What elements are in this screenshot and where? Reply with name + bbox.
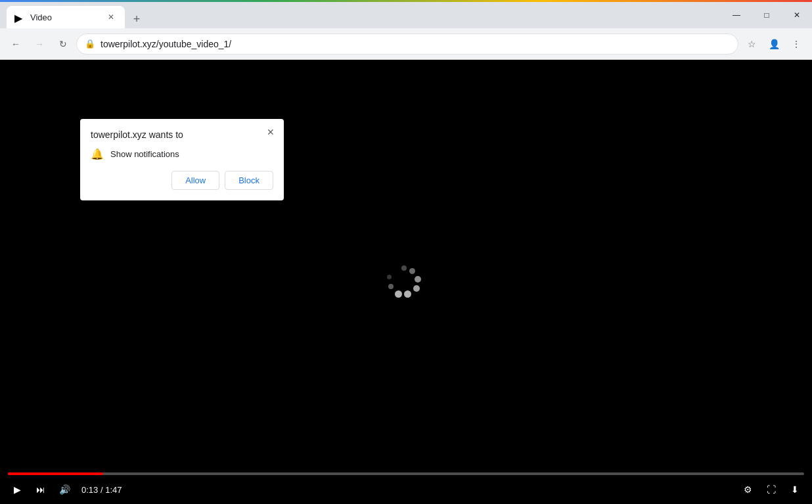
- chrome-window: ▶ Video ✕ + — □ ✕ ← → ↻ 🔒 towerpilot.xyz…: [0, 0, 812, 504]
- forward-button[interactable]: →: [29, 34, 50, 55]
- title-bar: ▶ Video ✕ + — □ ✕: [0, 2, 812, 28]
- settings-button[interactable]: ⚙: [738, 480, 757, 499]
- tab-title: Video: [30, 12, 100, 22]
- minimize-button[interactable]: —: [721, 2, 752, 28]
- menu-button[interactable]: ⋮: [786, 34, 807, 55]
- block-button[interactable]: Block: [225, 171, 273, 190]
- maximize-button[interactable]: □: [752, 2, 782, 28]
- nav-actions: ☆ 👤 ⋮: [741, 34, 807, 55]
- page-content: ▶ ⏭ 🔊 0:13 / 1:47 ⚙ ⛶ ⬇ ✕ towerpilot.xyz…: [0, 60, 812, 504]
- back-button[interactable]: ←: [5, 34, 26, 55]
- tab-close-button[interactable]: ✕: [105, 11, 117, 23]
- tab-strip: ▶ Video ✕ +: [0, 2, 721, 28]
- refresh-button[interactable]: ↻: [53, 34, 74, 55]
- progress-bar[interactable]: [8, 472, 804, 475]
- address-bar[interactable]: 🔒 towerpilot.xyz/youtube_video_1/: [76, 34, 738, 55]
- new-tab-button[interactable]: +: [127, 10, 146, 28]
- popup-buttons: Allow Block: [91, 171, 273, 190]
- navigation-bar: ← → ↻ 🔒 towerpilot.xyz/youtube_video_1/ …: [0, 28, 812, 60]
- close-button[interactable]: ✕: [782, 2, 812, 28]
- time-display: 0:13 / 1:47: [81, 485, 122, 495]
- window-controls: — □ ✕: [721, 2, 812, 28]
- bookmark-button[interactable]: ☆: [741, 34, 762, 55]
- popup-close-button[interactable]: ✕: [263, 124, 279, 140]
- progress-fill: [8, 472, 103, 475]
- popup-permission-row: 🔔 Show notifications: [91, 148, 273, 160]
- loading-spinner: [390, 265, 422, 298]
- bell-icon: 🔔: [91, 148, 104, 160]
- browser-tab-active[interactable]: ▶ Video ✕: [7, 6, 125, 28]
- tab-favicon: ▶: [14, 12, 25, 22]
- allow-button[interactable]: Allow: [171, 171, 219, 190]
- play-button[interactable]: ▶: [8, 480, 26, 499]
- video-controls: ▶ ⏭ 🔊 0:13 / 1:47 ⚙ ⛶ ⬇: [0, 470, 812, 504]
- notification-popup: ✕ towerpilot.xyz wants to 🔔 Show notific…: [80, 119, 284, 200]
- download-button[interactable]: ⬇: [786, 480, 804, 499]
- url-text: towerpilot.xyz/youtube_video_1/: [101, 39, 730, 49]
- lock-icon: 🔒: [85, 39, 95, 49]
- volume-button[interactable]: 🔊: [55, 480, 74, 499]
- popup-title: towerpilot.xyz wants to: [91, 129, 273, 140]
- popup-permission-label: Show notifications: [110, 149, 179, 159]
- profile-button[interactable]: 👤: [763, 34, 784, 55]
- fullscreen-button[interactable]: ⛶: [762, 480, 780, 499]
- controls-row: ▶ ⏭ 🔊 0:13 / 1:47 ⚙ ⛶ ⬇: [8, 480, 804, 499]
- next-button[interactable]: ⏭: [32, 480, 50, 499]
